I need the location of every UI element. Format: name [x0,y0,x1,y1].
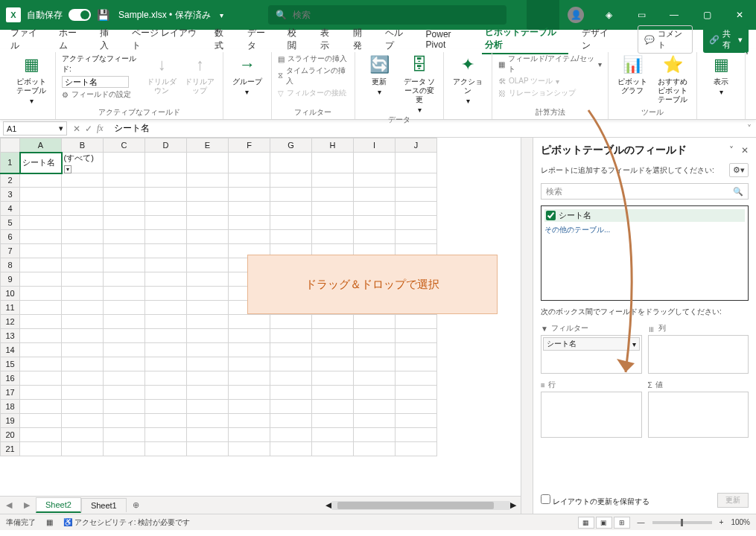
tab-view[interactable]: 表示 [317,25,340,54]
filters-box[interactable]: シート名▾ [541,335,642,374]
chevron-down-icon[interactable]: ▾ [59,124,63,133]
close-pane-icon[interactable]: ✕ [741,145,749,156]
row-header[interactable]: 4 [1,202,20,216]
sheet-nav-next[interactable]: ▶ [18,500,36,510]
search-box[interactable]: 🔍 [268,5,506,25]
accessibility-status[interactable]: ♿ アクセシビリティ: 検討が必要です [63,517,190,528]
defer-layout-checkbox[interactable]: レイアウトの更新を保留する [541,494,649,507]
col-header-a[interactable]: A [20,138,62,153]
zoom-out-button[interactable]: — [638,518,645,526]
cancel-icon[interactable]: ✕ [73,124,80,134]
recommended-pivot-button[interactable]: ⭐おすすめピボットテーブル [655,54,690,104]
enter-icon[interactable]: ✓ [85,124,92,134]
pivot-table-button[interactable]: ▦ピボットテーブル▾ [13,54,49,106]
cell-b1[interactable]: (すべて) ▾ [62,153,104,173]
row-header[interactable]: 16 [1,371,20,386]
close-button[interactable]: ✕ [723,0,756,30]
row-header[interactable]: 9 [1,272,20,287]
tab-power-pivot[interactable]: Power Pivot [423,28,472,51]
pivot-chart-button[interactable]: 📊ピボットグラフ [614,54,650,95]
sheet-tab-sheet1[interactable]: Sheet1 [81,498,127,512]
col-header-i[interactable]: I [354,138,396,153]
horizontal-scrollbar[interactable] [331,501,510,510]
sheet-nav-prev[interactable]: ◀ [0,500,18,510]
row-header[interactable]: 18 [1,400,20,414]
formula-input[interactable] [109,124,743,134]
row-header[interactable]: 13 [1,329,20,343]
chevron-down-icon[interactable]: ˅ [729,145,734,156]
col-header-h[interactable]: H [312,138,354,153]
expand-formula-icon[interactable]: ˅ [743,124,756,134]
view-page-break-button[interactable]: ⊞ [614,517,630,529]
row-header[interactable]: 11 [1,301,20,315]
tab-file[interactable]: ファイル [7,25,45,54]
field-list[interactable]: シート名 その他のテーブル... [541,205,749,301]
field-checkbox[interactable] [546,211,556,220]
share-button[interactable]: 🔗 共有 ▾ [703,26,749,53]
chevron-down-icon[interactable]: ▾ [220,11,223,19]
zoom-in-button[interactable]: + [720,518,724,526]
gear-icon[interactable]: ⚙▾ [729,163,749,177]
tab-page-layout[interactable]: ページ レイアウト [129,25,201,54]
tab-data[interactable]: データ [244,25,274,54]
other-tables-link[interactable]: その他のテーブル... [544,225,745,235]
col-header-d[interactable]: D [145,138,187,153]
row-header[interactable]: 3 [1,188,20,202]
maximize-button[interactable]: ▢ [690,0,723,30]
values-box[interactable] [648,392,749,438]
row-header[interactable]: 10 [1,287,20,301]
tab-insert[interactable]: 挿入 [97,25,119,54]
col-header-j[interactable]: J [396,138,437,153]
tab-review[interactable]: 校閲 [285,25,307,54]
actions-button[interactable]: ✦アクション▾ [450,54,486,106]
add-sheet-button[interactable]: ⊕ [127,500,145,510]
row-header[interactable]: 21 [1,442,20,456]
zoom-slider[interactable] [652,521,712,524]
rows-box[interactable] [541,392,642,438]
view-normal-button[interactable]: ▦ [578,517,594,529]
col-header-b[interactable]: B [62,138,104,153]
name-box[interactable]: A1▾ [3,121,67,135]
row-header[interactable]: 15 [1,357,20,371]
field-settings-button[interactable]: ⚙ フィールドの設定 [62,89,141,100]
autosave-toggle[interactable] [69,9,91,21]
tab-formulas[interactable]: 数式 [212,25,234,54]
view-page-layout-button[interactable]: ▣ [596,517,612,529]
row-header[interactable]: 8 [1,258,20,272]
col-header-c[interactable]: C [104,138,145,153]
update-button[interactable]: 更新 [717,493,749,508]
fields-items-sets-button[interactable]: ▦ フィールド/アイテム/セット ▾ [498,54,602,74]
fx-icon[interactable]: fx [97,123,104,134]
row-header[interactable]: 19 [1,414,20,428]
tab-developer[interactable]: 開発 [350,25,372,54]
row-header[interactable]: 7 [1,244,20,258]
zoom-level[interactable]: 100% [731,518,750,526]
pane-search[interactable]: 検索🔍 [541,183,749,200]
col-header-e[interactable]: E [187,138,229,153]
col-header-g[interactable]: G [270,138,312,153]
row-header[interactable]: 12 [1,315,20,329]
vertical-scrollbar[interactable] [521,138,533,514]
scroll-left-icon[interactable]: ◀ [325,500,331,510]
refresh-button[interactable]: 🔄更新▾ [361,54,397,97]
row-header[interactable]: 20 [1,428,20,442]
filter-chip-sheet-name[interactable]: シート名▾ [543,337,640,351]
tab-pivot-analyze[interactable]: ピボットテーブル分析 [482,25,568,54]
field-item-sheet-name[interactable]: シート名 [544,209,745,222]
display-button[interactable]: ▦表示▾ [703,54,739,97]
columns-box[interactable] [648,335,749,374]
row-header[interactable]: 6 [1,230,20,244]
filter-dropdown-icon[interactable]: ▾ [64,165,72,173]
select-all-corner[interactable] [1,138,20,153]
tab-help[interactable]: ヘルプ [382,25,412,54]
insert-timeline-button[interactable]: ⧖ タイムラインの挿入 [278,66,349,86]
change-data-source-button[interactable]: 🗄データ ソースの変更▾ [401,54,437,115]
col-header-f[interactable]: F [229,138,270,153]
tab-home[interactable]: ホーム [56,25,86,54]
search-input[interactable] [293,10,499,20]
active-field-input[interactable] [62,76,129,88]
chevron-down-icon[interactable]: ▾ [632,340,636,348]
comments-button[interactable]: 💬 コメント [638,25,693,54]
scroll-right-icon[interactable]: ▶ [510,500,516,510]
insert-slicer-button[interactable]: ▤ スライサーの挿入 [278,54,349,64]
